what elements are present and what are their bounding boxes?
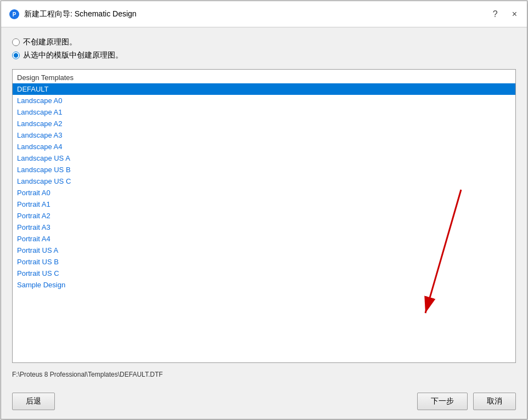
list-item[interactable]: Landscape US A bbox=[13, 152, 515, 164]
back-button[interactable]: 后退 bbox=[12, 393, 55, 410]
right-buttons: 下一步 取消 bbox=[417, 393, 516, 410]
list-item[interactable]: Portrait A2 bbox=[13, 210, 515, 222]
list-item[interactable]: Landscape A3 bbox=[13, 129, 515, 141]
list-item[interactable]: Portrait A0 bbox=[13, 187, 515, 198]
radio-group: 不创建原理图。 从选中的模版中创建原理图。 bbox=[12, 37, 516, 60]
close-button[interactable]: × bbox=[510, 8, 519, 20]
radio-no-schematic-input[interactable] bbox=[12, 38, 20, 46]
list-item[interactable]: Landscape A2 bbox=[13, 118, 515, 129]
list-item[interactable]: Portrait A1 bbox=[13, 198, 515, 210]
list-wrapper: Design Templates DEFAULT Landscape A0 La… bbox=[12, 69, 516, 363]
list-item[interactable]: DEFAULT bbox=[13, 83, 515, 95]
title-bar: P 新建工程向导: Schematic Design ? × bbox=[1, 1, 527, 27]
dialog-footer: 后退 下一步 取消 bbox=[1, 387, 527, 419]
list-item[interactable]: Sample Design bbox=[13, 279, 515, 291]
list-item[interactable]: Landscape US C bbox=[13, 175, 515, 187]
list-item[interactable]: Landscape A0 bbox=[13, 95, 515, 106]
list-item[interactable]: Landscape A4 bbox=[13, 141, 515, 152]
radio-no-schematic-label: 不创建原理图。 bbox=[23, 37, 77, 47]
list-item[interactable]: Portrait US B bbox=[13, 256, 515, 268]
list-item[interactable]: Portrait US C bbox=[13, 268, 515, 279]
list-item[interactable]: Portrait A4 bbox=[13, 233, 515, 245]
radio-from-template-label: 从选中的模版中创建原理图。 bbox=[23, 50, 123, 60]
title-bar-left: P 新建工程向导: Schematic Design bbox=[9, 9, 137, 20]
app-icon: P bbox=[9, 9, 20, 20]
radio-no-schematic[interactable]: 不创建原理图。 bbox=[12, 37, 516, 47]
list-item[interactable]: Portrait US A bbox=[13, 245, 515, 256]
path-bar: F:\Proteus 8 Professional\Templates\DEFA… bbox=[12, 368, 516, 379]
next-button[interactable]: 下一步 bbox=[417, 393, 468, 410]
dialog-title: 新建工程向导: Schematic Design bbox=[24, 9, 137, 19]
help-button[interactable]: ? bbox=[491, 8, 500, 20]
list-item[interactable]: Landscape A1 bbox=[13, 106, 515, 118]
title-bar-right: ? × bbox=[491, 8, 519, 20]
list-item[interactable]: Landscape US B bbox=[13, 164, 515, 175]
list-item[interactable]: Portrait A3 bbox=[13, 222, 515, 233]
template-list[interactable]: Design Templates DEFAULT Landscape A0 La… bbox=[12, 69, 516, 363]
radio-from-template-input[interactable] bbox=[12, 52, 20, 59]
dialog-body: 不创建原理图。 从选中的模版中创建原理图。 Design Templates D… bbox=[1, 27, 527, 387]
cancel-button[interactable]: 取消 bbox=[473, 393, 516, 410]
list-group-label: Design Templates bbox=[13, 72, 515, 83]
radio-from-template[interactable]: 从选中的模版中创建原理图。 bbox=[12, 50, 516, 60]
main-dialog: P 新建工程向导: Schematic Design ? × 不创建原理图。 从… bbox=[1, 1, 527, 419]
svg-text:P: P bbox=[13, 12, 16, 18]
